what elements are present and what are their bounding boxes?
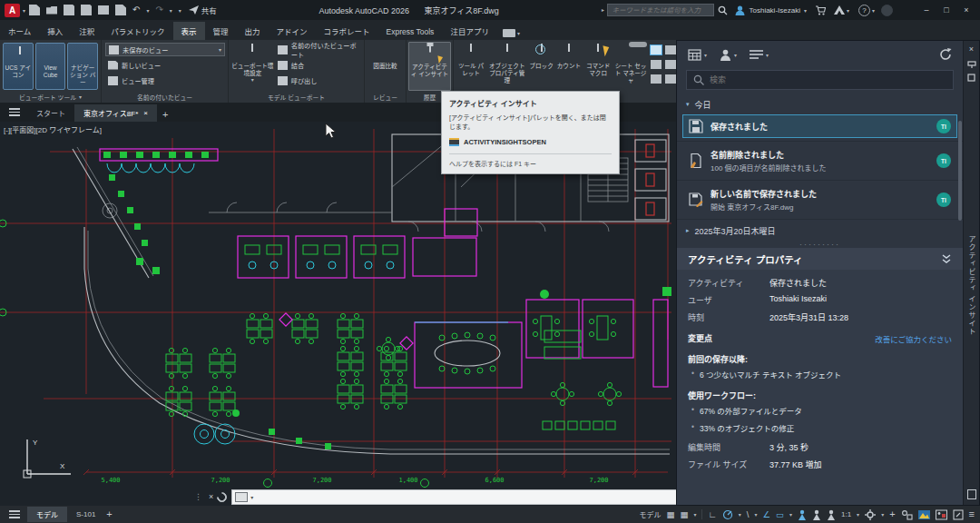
tab-insert[interactable]: 挿入 [39,22,71,40]
tab-featured-apps[interactable]: 注目アプリ [442,22,497,40]
save-icon[interactable] [64,5,74,15]
dashboard-palette-icon[interactable] [651,45,662,54]
tab-parametric[interactable]: パラメトリック [103,22,172,40]
tab-close-icon[interactable]: × [143,109,148,117]
refresh-button[interactable] [939,48,952,61]
clean-screen-icon[interactable] [953,509,964,520]
cart-icon[interactable] [815,5,826,15]
blocks-palette-button[interactable]: ブロック [527,42,554,91]
tab-addins[interactable]: アドイン [269,22,316,40]
undo-caret-icon[interactable]: ▾ [146,7,149,14]
restore-viewports-button[interactable]: 呼び出し [275,73,362,88]
tab-view[interactable]: 表示 [173,22,205,40]
osnap-tracking-icon[interactable]: ∠ [762,510,770,519]
activity-insight-button[interactable]: アクティビティ インサイト [408,42,451,91]
polar-tracking-icon[interactable] [722,509,733,520]
command-recent-icon[interactable] [235,492,248,502]
tab-annotate[interactable]: 注釈 [71,22,103,40]
collapse-search-icon[interactable]: ▾ [599,8,605,11]
ucs-icon-toggle[interactable]: UCS アイコン [3,43,34,90]
command-grip-icon[interactable]: ⋮ [194,492,202,501]
view-combo[interactable]: 未保存のビュー▾ [105,43,225,56]
command-customize-wrench-icon[interactable] [215,489,230,504]
grid-toggle-icon[interactable]: ▦ [666,510,674,519]
close-button[interactable]: × [956,5,976,15]
app-menu-caret-icon[interactable]: ▾ [23,7,25,14]
activity-item-purged[interactable]: 名前削除されました100 個の項目が名前削除されました TI [682,144,957,177]
designcenter-palette-icon[interactable] [651,74,662,84]
annotation-visibility-icon[interactable] [798,509,807,520]
customize-icon[interactable]: ≡ [969,509,975,519]
chevron-double-down-icon[interactable] [941,254,952,264]
viewport-config-button[interactable]: ビューポート環境設定▾ [230,42,275,91]
activity-item-saved[interactable]: 保存されました TI [682,114,957,138]
new-layout-button[interactable]: + [106,508,112,521]
hardware-acceleration-icon[interactable] [936,509,947,520]
tab-start[interactable]: スタート [27,104,74,122]
command-input-box[interactable]: ▾ [231,489,685,505]
layout-tab-s101[interactable]: S-101 [67,508,104,521]
undo-icon[interactable]: ↶ [132,5,140,15]
signin-menu[interactable]: Toshiaki-Isezaki ▾ [735,5,806,15]
feedback-link[interactable]: 改善にご協力ください [875,333,952,344]
isodraft-caret-icon[interactable]: ▾ [754,511,757,518]
help-caret-icon[interactable]: ▾ [872,7,875,14]
annotation-scale-value[interactable]: 1:1 [841,510,851,518]
user-filter-button[interactable]: ▾ [720,49,737,61]
properties-palette-button[interactable]: オブジェクト プロパティ管理 [486,42,527,91]
tab-collaborate[interactable]: コラボレート [316,22,378,40]
annotation-autoscale-icon[interactable] [812,509,821,520]
workspace-gear-icon[interactable] [865,509,876,520]
search-icon[interactable] [718,5,728,15]
quickcalc-palette-icon[interactable] [665,45,676,54]
new-drawing-tab-button[interactable]: + [162,109,168,122]
viewport-controls-label[interactable]: [-][平面図][2D ワイヤフレーム] [4,124,102,134]
activity-search-input[interactable] [710,75,946,84]
drawing-canvas[interactable]: [-][平面図][2D ワイヤフレーム] .grid{stroke:#9e242… [0,122,676,506]
annotation-monitor-icon[interactable]: + [889,509,895,519]
share-button[interactable]: 共有 [189,5,217,15]
activity-item-saved-as[interactable]: 新しい名前で保存されました開始 東京オフィス8F.dwg TI [682,183,957,216]
panel-splitter[interactable] [677,240,963,248]
command-close-icon[interactable]: × [209,492,213,501]
activity-properties-header[interactable]: アクティビティ プロパティ [677,248,963,270]
tab-output[interactable]: 出力 [237,22,269,40]
external-refs-palette-icon[interactable] [651,60,662,69]
panel-label-viewport-tools[interactable]: ビューポート ツール▾ [0,91,101,103]
tab-document[interactable]: 東京オフィス8F*× [74,104,157,122]
redo-caret-icon[interactable]: ▾ [170,7,172,14]
join-viewports-button[interactable]: 結合 [275,57,362,73]
help-search-input[interactable] [607,4,714,16]
open-folder-icon[interactable] [46,6,57,15]
snap-caret-icon[interactable]: ▾ [693,511,696,518]
redo-icon[interactable]: ↷ [155,5,162,15]
graphics-performance-icon[interactable] [918,509,930,520]
save-as-icon[interactable] [81,5,92,15]
tab-express-tools[interactable]: Express Tools [378,24,443,40]
minimize-button[interactable]: – [916,5,936,15]
plot-icon[interactable] [98,5,109,15]
clipboard-palette-icon[interactable] [665,74,676,84]
palette-scrollbar[interactable] [958,121,962,221]
help-icon[interactable]: ? [858,5,870,16]
new-view-button[interactable]: 新しいビュー [105,57,225,73]
drawing-compare-button[interactable]: 図面比較 [372,42,397,91]
layout-menu-icon[interactable] [9,510,20,518]
palette-vertical-title[interactable]: アクティビティ インサイト [966,235,976,336]
group-today[interactable]: ▾今日 [677,95,963,113]
markup-palette-icon[interactable] [665,60,676,69]
file-tab-menu-icon[interactable] [9,108,20,116]
properties-menu-icon[interactable] [967,74,975,82]
palette-close-icon[interactable]: × [969,44,974,54]
workspace-caret-icon[interactable]: ▾ [881,511,884,518]
scale-caret-icon[interactable]: ▾ [857,511,859,518]
qat-dropdown-icon[interactable]: ▾ [179,7,181,14]
ribbon-display-toggle[interactable]: ▾ [503,29,520,40]
annotation-scale-icon[interactable] [827,509,836,520]
ortho-toggle-icon[interactable]: ∟ [708,510,716,519]
isodraft-toggle-icon[interactable]: \ [747,510,750,519]
date-filter-button[interactable]: ▾ [688,48,707,61]
snap-toggle-icon[interactable]: ▦ [680,510,688,519]
autodesk-caret-icon[interactable]: ▾ [847,7,849,14]
command-recent-caret-icon[interactable]: ▾ [250,494,253,500]
